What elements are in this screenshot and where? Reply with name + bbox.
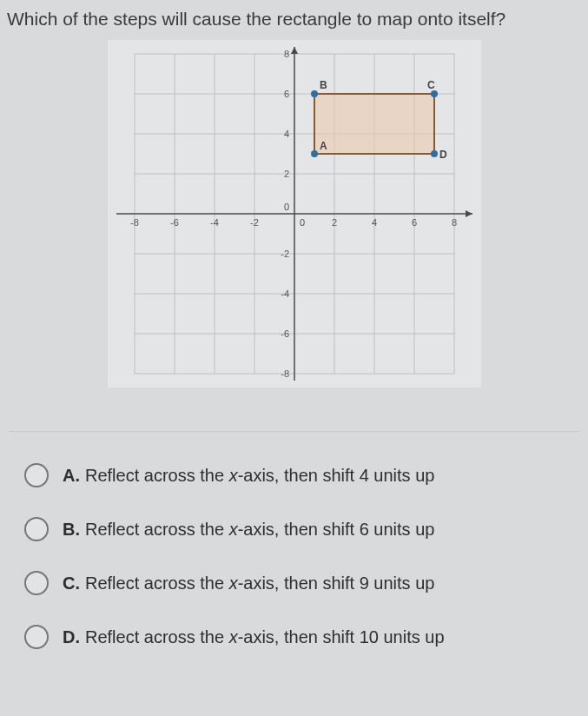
point-a <box>311 150 318 157</box>
option-c-text: C.Reflect across the x-axis, then shift … <box>63 573 434 593</box>
option-a-text: A.Reflect across the x-axis, then shift … <box>63 466 434 486</box>
option-a-post: -axis, then shift 4 units up <box>238 466 435 485</box>
svg-text:8: 8 <box>451 217 456 228</box>
question-text: Which of the steps will cause the rectan… <box>0 0 588 35</box>
svg-text:6: 6 <box>283 89 288 99</box>
option-a-pre: Reflect across the <box>85 466 229 485</box>
label-a: A <box>320 140 327 152</box>
radio-icon[interactable] <box>24 625 49 649</box>
option-d-post: -axis, then shift 10 units up <box>238 627 445 646</box>
chart-svg: -8 -6 -4 -2 0 2 4 6 8 8 6 4 2 0 -2 -4 -6… <box>108 40 481 388</box>
option-b-post: -axis, then shift 6 units up <box>238 520 435 539</box>
option-b-pre: Reflect across the <box>85 520 229 539</box>
option-b-text: B.Reflect across the x-axis, then shift … <box>63 520 434 540</box>
option-b-axis: x <box>229 520 238 539</box>
point-d <box>431 150 438 157</box>
option-a-letter: A. <box>63 466 80 485</box>
svg-text:8: 8 <box>283 49 288 59</box>
svg-marker-19 <box>291 47 298 54</box>
option-a[interactable]: A.Reflect across the x-axis, then shift … <box>24 463 564 487</box>
svg-text:4: 4 <box>371 217 376 228</box>
option-b-letter: B. <box>63 520 80 539</box>
label-b: B <box>320 79 327 91</box>
label-c: C <box>427 79 435 91</box>
svg-text:-2: -2 <box>281 249 289 259</box>
rectangle-abcd <box>314 94 434 154</box>
svg-text:-4: -4 <box>281 288 289 299</box>
svg-text:-6: -6 <box>170 217 179 228</box>
svg-marker-17 <box>466 210 472 217</box>
label-d: D <box>439 149 447 161</box>
radio-icon[interactable] <box>24 463 49 487</box>
coordinate-chart: -8 -6 -4 -2 0 2 4 6 8 8 6 4 2 0 -2 -4 -6… <box>108 40 481 388</box>
svg-text:-2: -2 <box>250 217 259 228</box>
option-c-post: -axis, then shift 9 units up <box>238 573 435 593</box>
svg-text:6: 6 <box>411 217 416 228</box>
answer-options: A.Reflect across the x-axis, then shift … <box>0 439 588 649</box>
svg-text:0: 0 <box>300 217 305 228</box>
svg-text:2: 2 <box>283 169 288 179</box>
svg-text:-6: -6 <box>281 328 289 339</box>
option-c-letter: C. <box>63 573 80 593</box>
svg-text:-8: -8 <box>130 217 139 228</box>
point-b <box>311 90 318 97</box>
svg-text:4: 4 <box>283 129 288 139</box>
point-c <box>431 90 438 97</box>
option-c-pre: Reflect across the <box>85 573 229 593</box>
option-d-axis: x <box>229 627 238 646</box>
radio-icon[interactable] <box>24 517 49 541</box>
option-d-letter: D. <box>63 627 80 646</box>
option-b[interactable]: B.Reflect across the x-axis, then shift … <box>24 517 564 541</box>
svg-text:-4: -4 <box>210 217 219 228</box>
chart-container: -8 -6 -4 -2 0 2 4 6 8 8 6 4 2 0 -2 -4 -6… <box>0 35 588 414</box>
option-c[interactable]: C.Reflect across the x-axis, then shift … <box>24 571 564 595</box>
option-d[interactable]: D.Reflect across the x-axis, then shift … <box>24 625 564 649</box>
svg-text:0: 0 <box>283 202 288 212</box>
option-a-axis: x <box>229 466 238 485</box>
radio-icon[interactable] <box>24 571 49 595</box>
option-d-text: D.Reflect across the x-axis, then shift … <box>63 627 445 647</box>
option-c-axis: x <box>229 573 238 593</box>
svg-text:2: 2 <box>331 217 336 228</box>
option-d-pre: Reflect across the <box>85 627 229 646</box>
divider <box>9 431 579 432</box>
svg-text:-8: -8 <box>281 368 289 379</box>
